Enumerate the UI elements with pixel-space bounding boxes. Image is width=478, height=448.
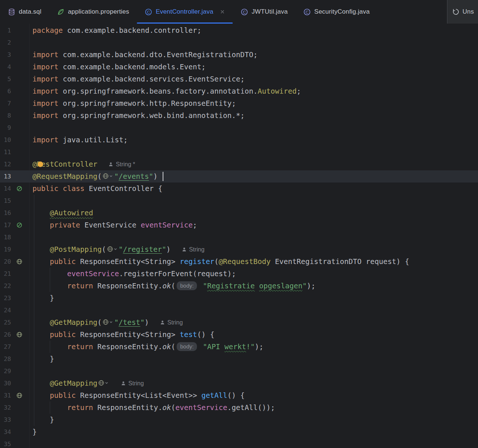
close-tab-icon[interactable] bbox=[220, 9, 225, 14]
line-number[interactable]: 27 bbox=[0, 341, 11, 353]
code-line-6[interactable]: 6import org.springframework.beans.factor… bbox=[0, 85, 478, 97]
line-number[interactable]: 12 bbox=[0, 158, 11, 170]
code-line-35[interactable]: 35 bbox=[0, 438, 478, 448]
url-globe-icon[interactable] bbox=[107, 246, 117, 252]
code-text: public ResponseEntity<String> test() { bbox=[32, 329, 478, 341]
url-globe-icon[interactable] bbox=[98, 380, 108, 386]
line-number[interactable]: 21 bbox=[0, 268, 11, 280]
code-line-28[interactable]: 28 } bbox=[0, 353, 478, 365]
line-number[interactable]: 33 bbox=[0, 414, 11, 426]
line-number[interactable]: 3 bbox=[0, 49, 11, 61]
code-line-33[interactable]: 33 } bbox=[0, 414, 478, 426]
yellow-marker-dot[interactable] bbox=[38, 162, 43, 167]
line-number[interactable]: 23 bbox=[0, 292, 11, 304]
tab-event-controller[interactable]: CEventController.java bbox=[137, 0, 233, 24]
line-number[interactable]: 25 bbox=[0, 316, 11, 329]
code-line-26[interactable]: 26 public ResponseEntity<String> test() … bbox=[0, 329, 478, 341]
line-number[interactable]: 15 bbox=[0, 195, 11, 207]
code-token: ResponseEntity. bbox=[93, 282, 162, 290]
tab-unsaved[interactable]: Uns bbox=[447, 0, 478, 24]
code-token bbox=[32, 282, 67, 290]
line-number[interactable]: 30 bbox=[0, 377, 11, 389]
code-line-13[interactable]: 13@RequestMapping("/events") bbox=[0, 170, 478, 183]
code-line-24[interactable]: 24 bbox=[0, 304, 478, 316]
line-number[interactable]: 19 bbox=[0, 243, 11, 256]
code-line-29[interactable]: 29 bbox=[0, 365, 478, 377]
code-line-20[interactable]: 20 public ResponseEntity<String> registe… bbox=[0, 256, 478, 268]
line-number[interactable]: 20 bbox=[0, 256, 11, 268]
code-token: ResponseEntity<String> bbox=[76, 257, 180, 266]
return-type-inlay-hint[interactable]: String bbox=[121, 377, 144, 389]
code-line-15[interactable]: 15 bbox=[0, 195, 478, 207]
code-text bbox=[32, 122, 478, 134]
code-line-31[interactable]: 31 public ResponseEntity<List<Event>> ge… bbox=[0, 389, 478, 402]
line-number[interactable]: 18 bbox=[0, 231, 11, 243]
code-line-10[interactable]: 10import java.util.List; bbox=[0, 134, 478, 146]
code-line-4[interactable]: 4import com.example.backend.models.Event… bbox=[0, 61, 478, 73]
spring-bean-gutter-icon[interactable] bbox=[13, 183, 25, 195]
code-line-2[interactable]: 2 bbox=[0, 37, 478, 49]
code-line-1[interactable]: 1package com.example.backend.controller; bbox=[0, 24, 478, 37]
line-number[interactable]: 16 bbox=[0, 207, 11, 219]
code-line-27[interactable]: 27 return ResponseEntity.ok(body: "API w… bbox=[0, 341, 478, 353]
line-number[interactable]: 5 bbox=[0, 73, 11, 85]
line-number[interactable]: 1 bbox=[0, 24, 11, 37]
code-line-22[interactable]: 22 return ResponseEntity.ok(body: "Regis… bbox=[0, 280, 478, 292]
line-number[interactable]: 10 bbox=[0, 134, 11, 146]
spring-bean-gutter-icon[interactable] bbox=[13, 219, 25, 231]
code-line-19[interactable]: 19 @PostMapping("/register")String bbox=[0, 243, 478, 256]
code-editor[interactable]: 1package com.example.backend.controller;… bbox=[0, 24, 478, 448]
code-line-17[interactable]: 17 private EventService eventService; bbox=[0, 219, 478, 231]
code-line-8[interactable]: 8import org.springframework.web.bind.ann… bbox=[0, 110, 478, 122]
line-number[interactable]: 9 bbox=[0, 122, 11, 134]
line-number[interactable]: 29 bbox=[0, 365, 11, 377]
line-number[interactable]: 14 bbox=[0, 183, 11, 195]
tab-jwt-util[interactable]: CJWTUtil.java bbox=[233, 0, 295, 24]
code-line-12[interactable]: 12@RestControllerString * bbox=[0, 158, 478, 170]
line-number[interactable]: 7 bbox=[0, 97, 11, 110]
code-token bbox=[32, 221, 50, 229]
line-number[interactable]: 28 bbox=[0, 353, 11, 365]
url-mapping-gutter-icon[interactable] bbox=[13, 329, 25, 341]
tab-application-properties[interactable]: application.properties bbox=[49, 0, 137, 24]
code-line-11[interactable]: 11 bbox=[0, 146, 478, 158]
line-number[interactable]: 8 bbox=[0, 110, 11, 122]
code-line-21[interactable]: 21 eventService.registerForEvent(request… bbox=[0, 268, 478, 280]
line-number[interactable]: 4 bbox=[0, 61, 11, 73]
code-line-3[interactable]: 3import com.example.backend.dto.EventReg… bbox=[0, 49, 478, 61]
code-line-25[interactable]: 25 @GetMapping("/test")String bbox=[0, 316, 478, 329]
code-line-9[interactable]: 9 bbox=[0, 122, 478, 134]
line-number[interactable]: 32 bbox=[0, 402, 11, 414]
code-line-34[interactable]: 34} bbox=[0, 426, 478, 438]
line-number[interactable]: 2 bbox=[0, 37, 11, 49]
line-number[interactable]: 6 bbox=[0, 85, 11, 97]
line-number[interactable]: 31 bbox=[0, 389, 11, 402]
tab-security-config[interactable]: CSecurityConfig.java bbox=[295, 0, 377, 24]
line-number[interactable]: 26 bbox=[0, 329, 11, 341]
code-token: ResponseEntity. bbox=[93, 343, 162, 351]
line-number[interactable]: 34 bbox=[0, 426, 11, 438]
line-number[interactable]: 11 bbox=[0, 146, 11, 158]
code-line-23[interactable]: 23 } bbox=[0, 292, 478, 304]
return-type-inlay-hint[interactable]: String bbox=[182, 243, 205, 256]
url-mapping-gutter-icon[interactable] bbox=[13, 389, 25, 402]
tab-data-sql[interactable]: data.sql bbox=[0, 0, 49, 24]
line-number[interactable]: 24 bbox=[0, 304, 11, 316]
url-globe-icon[interactable] bbox=[103, 173, 113, 179]
line-number[interactable]: 35 bbox=[0, 438, 11, 448]
line-number[interactable]: 22 bbox=[0, 280, 11, 292]
code-line-7[interactable]: 7import org.springframework.http.Respons… bbox=[0, 97, 478, 110]
code-line-5[interactable]: 5import com.example.backend.services.Eve… bbox=[0, 73, 478, 85]
code-token: ok bbox=[162, 343, 171, 351]
return-type-inlay-hint[interactable]: String bbox=[160, 316, 183, 329]
line-number[interactable]: 13 bbox=[0, 170, 11, 183]
url-mapping-gutter-icon[interactable] bbox=[13, 256, 25, 268]
url-globe-icon[interactable] bbox=[103, 319, 113, 325]
code-line-32[interactable]: 32 return ResponseEntity.ok(eventService… bbox=[0, 402, 478, 414]
code-line-18[interactable]: 18 bbox=[0, 231, 478, 243]
code-line-30[interactable]: 30 @GetMappingString bbox=[0, 377, 478, 389]
line-number[interactable]: 17 bbox=[0, 219, 11, 231]
code-line-16[interactable]: 16 @Autowired bbox=[0, 207, 478, 219]
code-line-14[interactable]: 14public class EventController { bbox=[0, 183, 478, 195]
return-type-inlay-hint[interactable]: String * bbox=[108, 158, 135, 170]
